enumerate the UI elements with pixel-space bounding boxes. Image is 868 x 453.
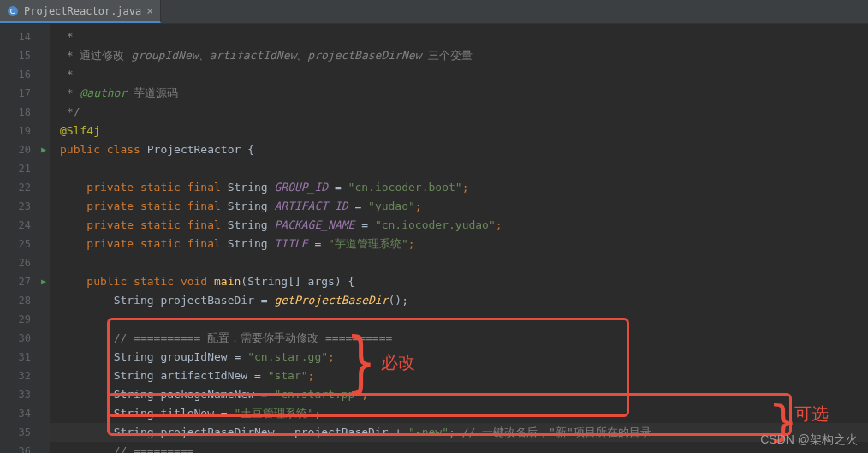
code-text: String bbox=[228, 181, 275, 194]
code-text: = bbox=[354, 218, 374, 231]
code-text: getProjectBaseDir bbox=[274, 294, 388, 307]
code-text: @author bbox=[80, 86, 127, 99]
code-text: "yudao" bbox=[368, 200, 415, 212]
code-text: "cn.iocoder.boot" bbox=[348, 181, 462, 194]
line-number[interactable]: 34 bbox=[0, 404, 50, 423]
code-text: PACKAGE_NAME bbox=[274, 218, 354, 231]
code-text: "star" bbox=[268, 369, 308, 382]
line-number[interactable]: 35 bbox=[0, 423, 50, 442]
line-number[interactable]: 18 bbox=[0, 103, 50, 122]
code-text: String packageNameNew = bbox=[114, 388, 275, 401]
code-text: main bbox=[214, 275, 241, 288]
code-text: ProjectReactor { bbox=[147, 143, 254, 156]
code-text: String projectBaseDirNew = projectBaseDi… bbox=[114, 426, 408, 438]
code-text: public class bbox=[60, 143, 147, 156]
code-text: // 一键改名后，"新"项目所在的目录 bbox=[462, 426, 651, 438]
code-text: ; bbox=[314, 407, 321, 420]
line-number[interactable]: 19 bbox=[0, 122, 50, 140]
code-text: ; bbox=[328, 350, 335, 363]
line-number[interactable]: 20▶ bbox=[0, 140, 50, 159]
code-text: String titleNew = bbox=[114, 407, 235, 420]
code-text: "芋道管理系统" bbox=[328, 237, 408, 250]
code-text: String bbox=[228, 237, 275, 250]
line-number[interactable]: 16 bbox=[0, 65, 50, 84]
line-number[interactable]: 21 bbox=[0, 159, 50, 178]
line-number[interactable]: 30 bbox=[0, 329, 50, 348]
line-number[interactable]: 26 bbox=[0, 253, 50, 272]
line-number[interactable]: 29 bbox=[0, 310, 50, 329]
code-area[interactable]: * * 通过修改 groupIdNew、artifactIdNew、projec… bbox=[50, 24, 868, 453]
code-text: * 通过修改 bbox=[60, 49, 131, 62]
code-text: private static final bbox=[86, 218, 227, 231]
code-text: = bbox=[308, 237, 328, 250]
code-text: private static final bbox=[86, 181, 227, 194]
code-text: "-new" bbox=[408, 426, 449, 438]
gutter: 14151617181920▶21222324252627▶2829303132… bbox=[0, 24, 50, 453]
line-number[interactable]: 32 bbox=[0, 367, 50, 385]
code-text: String groupIdNew = bbox=[114, 350, 248, 363]
code-text: // ========== 配置，需要你手动修改 ========== bbox=[114, 331, 393, 344]
code-text: private static final bbox=[86, 237, 227, 250]
code-text: groupIdNew、artifactIdNew、projectBaseDirN… bbox=[131, 49, 421, 62]
code-text: "cn.star.gg" bbox=[247, 350, 328, 363]
line-number[interactable]: 31 bbox=[0, 348, 50, 367]
line-number[interactable]: 15 bbox=[0, 46, 50, 65]
line-number[interactable]: 25 bbox=[0, 235, 50, 253]
code-text: = bbox=[348, 200, 368, 212]
code-text: GROUP_ID bbox=[274, 181, 328, 194]
code-text: String projectBaseDir = bbox=[114, 294, 275, 307]
line-number[interactable]: 17 bbox=[0, 84, 50, 103]
code-text: ; bbox=[462, 181, 469, 194]
code-text: "cn.iocoder.yudao" bbox=[375, 218, 496, 231]
code-text: * bbox=[60, 68, 74, 80]
code-text: TITLE bbox=[274, 237, 307, 250]
code-text: String bbox=[228, 200, 275, 212]
code-text: String bbox=[228, 218, 275, 231]
line-number[interactable]: 14 bbox=[0, 27, 50, 46]
line-number[interactable]: 24 bbox=[0, 216, 50, 235]
code-text: ARTIFACT_ID bbox=[274, 200, 348, 212]
line-number[interactable]: 28 bbox=[0, 291, 50, 310]
code-text: public static void bbox=[86, 275, 214, 288]
code-text: (String[] args) { bbox=[241, 275, 354, 288]
code-text: @Slf4j bbox=[60, 124, 100, 137]
tab-bar: C ProjectReactor.java × bbox=[0, 0, 868, 24]
tab-filename: ProjectReactor.java bbox=[24, 5, 141, 17]
code-text: ; bbox=[496, 218, 502, 231]
code-text: ; bbox=[361, 388, 368, 401]
run-arrow-icon[interactable]: ▶ bbox=[41, 272, 46, 291]
code-text: ; bbox=[415, 200, 422, 212]
line-number[interactable]: 22 bbox=[0, 178, 50, 197]
code-text: ; bbox=[408, 237, 415, 250]
watermark: CSDN @架构之火 bbox=[760, 432, 858, 448]
code-text: (); bbox=[389, 294, 408, 307]
code-text: ; bbox=[449, 426, 462, 438]
close-icon[interactable]: × bbox=[146, 4, 153, 17]
code-text: = bbox=[328, 181, 348, 194]
code-text: String artifactIdNew = bbox=[114, 369, 268, 382]
code-text: "cn.start.pp" bbox=[274, 388, 361, 401]
editor: 14151617181920▶21222324252627▶2829303132… bbox=[0, 24, 868, 453]
code-text: * bbox=[60, 30, 74, 43]
file-tab[interactable]: C ProjectReactor.java × bbox=[0, 0, 161, 23]
line-number[interactable]: 27▶ bbox=[0, 272, 50, 291]
code-text: ; bbox=[308, 369, 315, 382]
code-text: */ bbox=[60, 105, 80, 118]
line-number[interactable]: 36 bbox=[0, 442, 50, 453]
code-text: private static final bbox=[86, 200, 227, 212]
java-class-icon: C bbox=[7, 5, 19, 17]
code-text: * bbox=[60, 86, 80, 99]
line-number[interactable]: 23 bbox=[0, 197, 50, 216]
code-text: 三个变量 bbox=[421, 49, 473, 62]
run-arrow-icon[interactable]: ▶ bbox=[41, 140, 46, 159]
code-text: 芋道源码 bbox=[127, 86, 178, 99]
code-text: "土豆管理系统" bbox=[235, 407, 315, 420]
line-number[interactable]: 33 bbox=[0, 385, 50, 404]
code-text: // ========= bbox=[114, 444, 194, 453]
svg-text:C: C bbox=[10, 7, 16, 15]
